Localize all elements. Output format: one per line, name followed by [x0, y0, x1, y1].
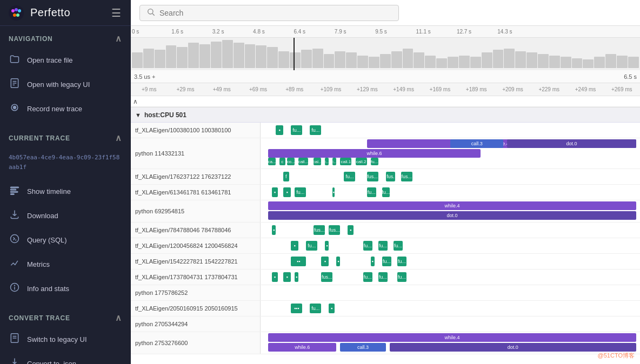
track-content[interactable]: ▪ ▪ fu... ▪ fu... fu...	[261, 185, 640, 200]
navigation-chevron[interactable]: ∧	[115, 33, 122, 44]
trace-segment[interactable]: ▪	[325, 241, 329, 251]
trace-segment[interactable]: fu...	[371, 158, 378, 165]
current-trace-chevron[interactable]: ∧	[115, 133, 122, 143]
sidebar-item-metrics[interactable]: Metrics	[0, 252, 131, 277]
track-content[interactable]: while.4 dot.0	[261, 200, 640, 222]
trace-segment[interactable]: c	[279, 158, 285, 165]
track-content[interactable]: ▪▪ ▪ ▪ ▪ fu... fu...	[261, 254, 640, 269]
trace-segment[interactable]: ▪	[272, 187, 278, 197]
sidebar-item-info-stats[interactable]: Info and stats	[0, 277, 131, 301]
track-content[interactable]: ▪ fu... ▪ fu... fu... fu...	[261, 238, 640, 253]
sidebar-item-open-trace-file[interactable]: Open trace file	[0, 48, 131, 72]
minimap[interactable]	[131, 38, 640, 70]
search-box[interactable]	[139, 5, 399, 21]
trace-segment[interactable]: ▪	[291, 241, 298, 251]
trace-segment[interactable]: fu...	[378, 241, 388, 251]
trace-segment[interactable]: while.6	[268, 343, 336, 352]
trace-segment[interactable]: call.2	[356, 158, 367, 165]
search-input[interactable]	[159, 9, 392, 17]
timeline-container[interactable]: 0 s 1.6 s 3.2 s 4.8 s 6.4 s 7.9 s 9.5 s …	[131, 26, 640, 364]
trace-segment[interactable]: fu...	[363, 241, 373, 251]
table-row: tf_XLAEigen/1200456824 1200456824 ▪ fu..…	[131, 238, 640, 254]
trace-segment[interactable]: ▪	[295, 272, 298, 282]
trace-segment[interactable]: fu...	[306, 241, 317, 251]
trace-segment[interactable]: fu...	[310, 125, 321, 135]
trace-segment[interactable]: fu...	[363, 272, 373, 282]
trace-segment[interactable]: fu...	[397, 257, 407, 266]
trace-segment[interactable]: fu...	[344, 172, 355, 181]
trace-segment[interactable]: ca...	[268, 158, 276, 165]
sidebar-item-switch-legacy-ui[interactable]: Switch to legacy UI	[0, 327, 131, 352]
trace-segment[interactable]: dot.0	[268, 211, 636, 220]
trace-segment[interactable]: ▪	[276, 125, 283, 135]
trace-segment[interactable]: ▪	[329, 304, 335, 313]
trace-segment[interactable]: fus...	[367, 172, 378, 181]
trace-segment[interactable]: fu...	[382, 257, 392, 266]
trace-segment[interactable]: fu...	[378, 272, 388, 282]
sidebar-item-open-legacy-ui[interactable]: Open with legacy UI	[0, 72, 131, 97]
trace-segment[interactable]: ▪	[272, 272, 278, 282]
trace-segment[interactable]: fu...	[394, 241, 403, 251]
track-content[interactable]: ▪▪▪ fu... ▪	[261, 301, 640, 316]
track-content[interactable]: ▪ fus... fus... ▪	[261, 223, 640, 238]
track-content[interactable]: ▪ ▪ ▪ fus... fu... fu... fu...	[261, 269, 640, 285]
open-trace-file-label: Open trace file	[27, 56, 122, 64]
trace-segment[interactable]: call.3	[450, 139, 503, 148]
trace-segment[interactable]: fus...	[401, 172, 412, 181]
trace-segment[interactable]: call...	[298, 158, 308, 165]
trace-segment[interactable]: co...	[287, 158, 295, 165]
trace-segment[interactable]: fu...	[291, 125, 302, 135]
trace-segment[interactable]: fus...	[329, 225, 340, 235]
sidebar-item-show-timeline[interactable]: Show timeline	[0, 179, 131, 204]
trace-segment[interactable]: ▪	[272, 225, 276, 235]
trace-segment[interactable]: call.3	[340, 343, 385, 352]
trace-segment[interactable]: ▪	[336, 257, 340, 266]
trace-segment[interactable]: fus.	[386, 172, 396, 181]
trace-segment[interactable]: ▪	[332, 187, 335, 197]
trace-segment[interactable]: fu...	[367, 187, 377, 197]
sql-icon	[9, 233, 21, 247]
collapse-row[interactable]: ∧	[131, 96, 640, 107]
trace-segment[interactable]: f	[283, 172, 289, 181]
sidebar-item-download[interactable]: Download	[0, 204, 131, 228]
trace-segment[interactable]: ▪	[283, 272, 291, 282]
convert-trace-chevron[interactable]: ∧	[115, 313, 122, 323]
trace-segment[interactable]: cal...	[314, 158, 321, 165]
table-row: tf_XLAEigen/613461781 613461781 ▪ ▪ fu..…	[131, 185, 640, 200]
trace-segment[interactable]: dot.0	[507, 139, 636, 148]
cpu-group-header[interactable]: ▼ host:CPU 501	[131, 107, 640, 123]
trace-segment[interactable]: fu...	[397, 272, 407, 282]
sidebar-item-convert-json[interactable]: Convert to .json	[0, 352, 131, 364]
hamburger-button[interactable]: ☰	[109, 4, 123, 22]
trace-segment[interactable]: fu...	[295, 187, 306, 197]
track-content[interactable]: while.4 call.3 dot.0 while.6 ca... c co.…	[261, 138, 640, 168]
track-label: tf_XLAEigen/784788046 784788046	[131, 223, 261, 238]
trace-segment[interactable]: ▪	[283, 187, 291, 197]
sidebar-item-record-new-trace[interactable]: Record new trace	[0, 97, 131, 121]
trace-segment[interactable]: while.6	[268, 149, 481, 158]
sidebar-item-query-sql[interactable]: Query (SQL)	[0, 228, 131, 252]
trace-segment[interactable]: c...	[325, 158, 329, 165]
trace-segment[interactable]: fu...	[310, 304, 321, 313]
svg-point-3	[18, 9, 21, 12]
trace-segment[interactable]: ▪	[321, 257, 329, 266]
trace-segment[interactable]: while.4	[268, 201, 636, 210]
track-content[interactable]: ▪ fu... fu...	[261, 123, 640, 138]
trace-segment[interactable]: ▪	[348, 225, 354, 235]
trace-segment[interactable]: fus...	[321, 272, 332, 282]
trace-segment[interactable]: dot.0	[390, 343, 636, 352]
track-content[interactable]: while.4 while.6 call.3 dot.0	[261, 332, 640, 354]
trace-segment[interactable]: ▪▪	[291, 257, 306, 266]
trace-segment[interactable]: ▪▪▪	[291, 304, 302, 313]
trace-segment[interactable]: fus...	[314, 225, 325, 235]
trace-segment[interactable]: c...	[332, 158, 336, 165]
trace-segment[interactable]: while.4	[268, 333, 636, 342]
trace-segment[interactable]: call.1	[340, 158, 351, 165]
trace-segment[interactable]: ▪	[371, 257, 375, 266]
track-content[interactable]	[261, 316, 640, 332]
time-range-start: 3.5 us +	[131, 73, 158, 80]
track-content[interactable]: f fu... fus... fus. fus...	[261, 169, 640, 184]
trace-segment[interactable]: fu...	[382, 187, 390, 197]
track-content[interactable]	[261, 285, 640, 300]
svg-rect-15	[11, 194, 15, 195]
